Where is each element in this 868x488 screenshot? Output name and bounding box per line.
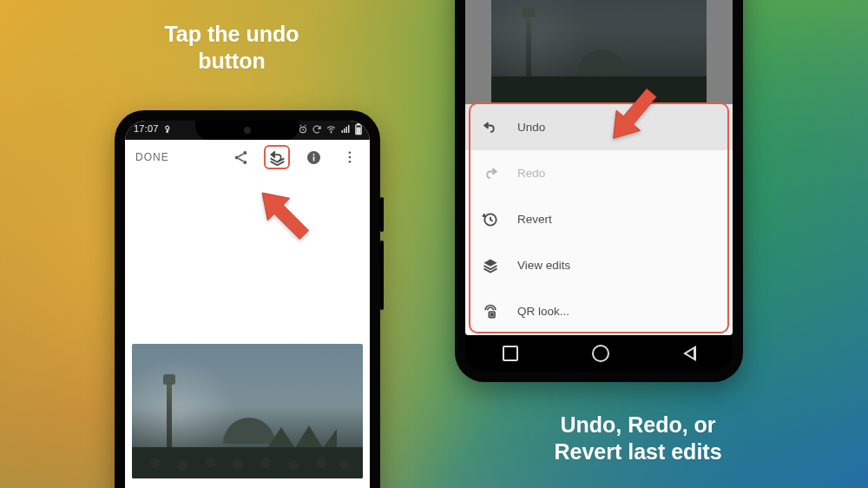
svg-marker-20 — [484, 259, 497, 266]
status-left: 17:07 — [134, 123, 174, 134]
phone-right-screen: Undo Redo Revert View edits — [465, 0, 733, 335]
svg-rect-2 — [342, 130, 344, 133]
nav-home-icon[interactable] — [592, 345, 609, 362]
redo-icon — [481, 164, 500, 183]
svg-rect-8 — [357, 128, 360, 133]
caption-right-line1: Undo, Redo, or — [560, 412, 715, 437]
phone-side-button — [380, 241, 384, 310]
menu-label: Undo — [517, 121, 545, 134]
svg-point-11 — [243, 160, 247, 163]
status-time: 17:07 — [134, 123, 159, 134]
done-button[interactable]: DONE — [135, 151, 169, 163]
battery-icon — [354, 123, 363, 135]
caption-right: Undo, Redo, or Revert last edits — [499, 412, 777, 466]
qr-icon — [481, 302, 500, 321]
status-right — [298, 123, 363, 135]
wifi-icon — [326, 124, 337, 135]
info-icon[interactable] — [299, 140, 328, 175]
caption-left: Tap the undo button — [93, 21, 371, 76]
undo-icon — [481, 118, 500, 137]
layers-icon — [481, 256, 500, 275]
svg-rect-5 — [348, 125, 350, 133]
menu-item-undo[interactable]: Undo — [465, 104, 733, 150]
sync-icon — [312, 124, 322, 135]
nav-recent-icon[interactable] — [503, 346, 518, 361]
wrench-icon — [162, 122, 175, 135]
menu-item-view-edits[interactable]: View edits — [465, 242, 733, 288]
svg-point-14 — [312, 154, 314, 155]
caption-left-line2: button — [198, 49, 266, 73]
undo-stack-icon[interactable] — [262, 140, 292, 175]
svg-point-16 — [349, 156, 352, 159]
edit-history-menu: Undo Redo Revert View edits — [465, 104, 733, 335]
phone-left: 17:07 — [115, 110, 380, 488]
signal-icon — [340, 124, 351, 135]
phone-side-button — [380, 197, 384, 232]
caption-right-line2: Revert last edits — [554, 439, 721, 464]
phone-left-screen: 17:07 — [125, 121, 370, 488]
app-bar: DONE — [125, 140, 370, 175]
svg-rect-22 — [490, 313, 493, 316]
caption-left-line1: Tap the undo — [164, 22, 299, 46]
edited-photo — [132, 344, 363, 478]
alarm-icon — [298, 124, 308, 135]
menu-label: View edits — [517, 259, 570, 272]
menu-label: Revert — [517, 213, 552, 226]
svg-rect-3 — [344, 129, 345, 133]
nav-back-icon[interactable] — [683, 346, 696, 361]
android-nav-bar — [465, 335, 733, 372]
svg-point-17 — [349, 161, 352, 163]
revert-icon — [481, 210, 500, 229]
menu-item-revert[interactable]: Revert — [465, 196, 733, 242]
menu-label: QR look... — [517, 305, 569, 318]
edited-photo-dim — [491, 0, 707, 104]
phone-notch — [195, 121, 299, 140]
status-bar: 17:07 — [125, 121, 370, 140]
svg-point-1 — [331, 132, 332, 133]
svg-point-9 — [243, 150, 247, 154]
svg-point-10 — [234, 155, 238, 159]
svg-rect-4 — [346, 127, 348, 133]
menu-label: Redo — [517, 167, 545, 180]
phone-right: Undo Redo Revert View edits — [455, 0, 743, 382]
menu-item-redo: Redo — [465, 150, 733, 196]
photo-canvas[interactable] — [125, 175, 370, 488]
svg-rect-13 — [312, 156, 314, 161]
svg-point-15 — [349, 151, 352, 154]
more-icon[interactable] — [335, 140, 365, 175]
svg-rect-7 — [358, 123, 360, 124]
menu-item-qr-look[interactable]: QR look... — [465, 288, 733, 334]
share-icon[interactable] — [226, 140, 255, 175]
